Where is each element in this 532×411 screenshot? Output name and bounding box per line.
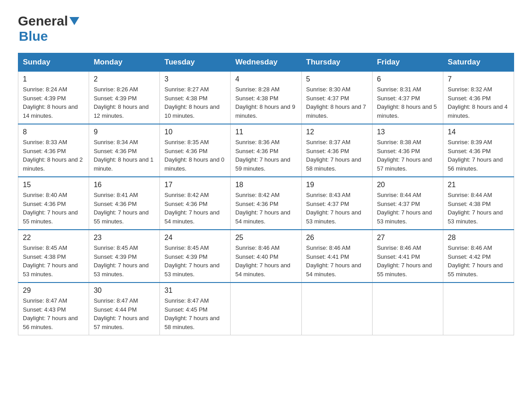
- day-info: Sunrise: 8:46 AM Sunset: 4:41 PM Dayligh…: [306, 244, 368, 278]
- calendar-day-cell: 23 Sunrise: 8:45 AM Sunset: 4:39 PM Dayl…: [89, 230, 160, 283]
- day-number: 12: [306, 128, 368, 136]
- day-info: Sunrise: 8:40 AM Sunset: 4:36 PM Dayligh…: [23, 191, 84, 226]
- calendar-day-cell: 24 Sunrise: 8:45 AM Sunset: 4:39 PM Dayl…: [160, 230, 231, 283]
- day-number: 6: [377, 75, 438, 83]
- day-info: Sunrise: 8:47 AM Sunset: 4:43 PM Dayligh…: [23, 296, 84, 331]
- calendar-day-cell: 12 Sunrise: 8:37 AM Sunset: 4:36 PM Dayl…: [301, 124, 372, 177]
- day-of-week-header: Thursday: [301, 53, 372, 72]
- day-info: Sunrise: 8:46 AM Sunset: 4:41 PM Dayligh…: [377, 244, 438, 278]
- calendar-day-cell: 28 Sunrise: 8:46 AM Sunset: 4:42 PM Dayl…: [443, 230, 514, 283]
- day-info: Sunrise: 8:47 AM Sunset: 4:45 PM Dayligh…: [164, 296, 226, 331]
- day-number: 2: [94, 75, 155, 83]
- day-info: Sunrise: 8:41 AM Sunset: 4:36 PM Dayligh…: [94, 191, 155, 226]
- calendar-day-cell: 22 Sunrise: 8:45 AM Sunset: 4:38 PM Dayl…: [18, 230, 89, 283]
- page-header: General Blue: [18, 13, 514, 44]
- day-of-week-header: Wednesday: [231, 53, 301, 72]
- day-number: 26: [306, 234, 368, 242]
- day-info: Sunrise: 8:45 AM Sunset: 4:39 PM Dayligh…: [164, 244, 226, 278]
- day-number: 11: [235, 128, 296, 136]
- day-info: Sunrise: 8:26 AM Sunset: 4:39 PM Dayligh…: [94, 85, 155, 120]
- logo-blue-text: Blue: [19, 29, 48, 43]
- day-info: Sunrise: 8:44 AM Sunset: 4:37 PM Dayligh…: [377, 191, 438, 226]
- calendar-day-cell: 3 Sunrise: 8:27 AM Sunset: 4:38 PM Dayli…: [160, 72, 231, 124]
- day-number: 16: [94, 181, 155, 189]
- calendar-week-row: 8 Sunrise: 8:33 AM Sunset: 4:36 PM Dayli…: [18, 124, 514, 177]
- day-info: Sunrise: 8:33 AM Sunset: 4:36 PM Dayligh…: [23, 138, 84, 173]
- day-number: 14: [448, 128, 509, 136]
- calendar-day-cell: 7 Sunrise: 8:32 AM Sunset: 4:36 PM Dayli…: [443, 72, 514, 124]
- calendar-day-cell: 8 Sunrise: 8:33 AM Sunset: 4:36 PM Dayli…: [18, 124, 89, 177]
- day-number: 4: [235, 75, 296, 83]
- calendar-table: SundayMondayTuesdayWednesdayThursdayFrid…: [18, 53, 514, 335]
- calendar-day-cell: 30 Sunrise: 8:47 AM Sunset: 4:44 PM Dayl…: [89, 283, 160, 335]
- day-number: 13: [377, 128, 438, 136]
- calendar-day-cell: [443, 283, 514, 335]
- calendar-day-cell: 19 Sunrise: 8:43 AM Sunset: 4:37 PM Dayl…: [301, 177, 372, 230]
- day-of-week-header: Sunday: [18, 53, 89, 72]
- calendar-week-row: 15 Sunrise: 8:40 AM Sunset: 4:36 PM Dayl…: [18, 177, 514, 230]
- day-number: 23: [94, 234, 155, 242]
- day-info: Sunrise: 8:27 AM Sunset: 4:38 PM Dayligh…: [164, 85, 226, 120]
- day-info: Sunrise: 8:45 AM Sunset: 4:38 PM Dayligh…: [23, 244, 84, 278]
- day-of-week-header: Saturday: [443, 53, 514, 72]
- calendar-week-row: 29 Sunrise: 8:47 AM Sunset: 4:43 PM Dayl…: [18, 283, 514, 335]
- calendar-day-cell: 17 Sunrise: 8:42 AM Sunset: 4:36 PM Dayl…: [160, 177, 231, 230]
- calendar-day-cell: 4 Sunrise: 8:28 AM Sunset: 4:38 PM Dayli…: [231, 72, 301, 124]
- day-number: 25: [235, 234, 296, 242]
- day-info: Sunrise: 8:47 AM Sunset: 4:44 PM Dayligh…: [94, 296, 155, 331]
- day-info: Sunrise: 8:28 AM Sunset: 4:38 PM Dayligh…: [235, 85, 296, 120]
- calendar-day-cell: [301, 283, 372, 335]
- day-info: Sunrise: 8:38 AM Sunset: 4:36 PM Dayligh…: [377, 138, 438, 173]
- calendar-week-row: 22 Sunrise: 8:45 AM Sunset: 4:38 PM Dayl…: [18, 230, 514, 283]
- day-of-week-header: Monday: [89, 53, 160, 72]
- day-number: 10: [164, 128, 226, 136]
- day-info: Sunrise: 8:46 AM Sunset: 4:42 PM Dayligh…: [448, 244, 509, 278]
- day-number: 17: [164, 181, 226, 189]
- day-number: 29: [23, 287, 84, 295]
- calendar-header-row: SundayMondayTuesdayWednesdayThursdayFrid…: [18, 53, 514, 72]
- calendar-day-cell: 29 Sunrise: 8:47 AM Sunset: 4:43 PM Dayl…: [18, 283, 89, 335]
- calendar-day-cell: 11 Sunrise: 8:36 AM Sunset: 4:36 PM Dayl…: [231, 124, 301, 177]
- day-info: Sunrise: 8:42 AM Sunset: 4:36 PM Dayligh…: [235, 191, 296, 226]
- calendar-day-cell: 5 Sunrise: 8:30 AM Sunset: 4:37 PM Dayli…: [301, 72, 372, 124]
- calendar-day-cell: 31 Sunrise: 8:47 AM Sunset: 4:45 PM Dayl…: [160, 283, 231, 335]
- logo-general-text: General: [18, 13, 68, 29]
- calendar-day-cell: 15 Sunrise: 8:40 AM Sunset: 4:36 PM Dayl…: [18, 177, 89, 230]
- day-info: Sunrise: 8:35 AM Sunset: 4:36 PM Dayligh…: [164, 138, 226, 173]
- logo-arrow-icon: [69, 17, 79, 27]
- day-info: Sunrise: 8:24 AM Sunset: 4:39 PM Dayligh…: [23, 85, 84, 120]
- day-info: Sunrise: 8:43 AM Sunset: 4:37 PM Dayligh…: [306, 191, 368, 226]
- calendar-day-cell: 21 Sunrise: 8:44 AM Sunset: 4:38 PM Dayl…: [443, 177, 514, 230]
- calendar-day-cell: 14 Sunrise: 8:39 AM Sunset: 4:36 PM Dayl…: [443, 124, 514, 177]
- day-number: 7: [448, 75, 509, 83]
- day-info: Sunrise: 8:32 AM Sunset: 4:36 PM Dayligh…: [448, 85, 509, 120]
- day-info: Sunrise: 8:31 AM Sunset: 4:37 PM Dayligh…: [377, 85, 438, 120]
- day-info: Sunrise: 8:34 AM Sunset: 4:36 PM Dayligh…: [94, 138, 155, 173]
- day-info: Sunrise: 8:39 AM Sunset: 4:36 PM Dayligh…: [448, 138, 509, 173]
- day-info: Sunrise: 8:45 AM Sunset: 4:39 PM Dayligh…: [94, 244, 155, 278]
- day-info: Sunrise: 8:36 AM Sunset: 4:36 PM Dayligh…: [235, 138, 296, 173]
- logo: General Blue: [18, 13, 79, 44]
- calendar-day-cell: 9 Sunrise: 8:34 AM Sunset: 4:36 PM Dayli…: [89, 124, 160, 177]
- day-info: Sunrise: 8:44 AM Sunset: 4:38 PM Dayligh…: [448, 191, 509, 226]
- day-number: 24: [164, 234, 226, 242]
- calendar-day-cell: 25 Sunrise: 8:46 AM Sunset: 4:40 PM Dayl…: [231, 230, 301, 283]
- calendar-day-cell: 10 Sunrise: 8:35 AM Sunset: 4:36 PM Dayl…: [160, 124, 231, 177]
- day-number: 18: [235, 181, 296, 189]
- day-number: 8: [23, 128, 84, 136]
- day-info: Sunrise: 8:30 AM Sunset: 4:37 PM Dayligh…: [306, 85, 368, 120]
- calendar-day-cell: 26 Sunrise: 8:46 AM Sunset: 4:41 PM Dayl…: [301, 230, 372, 283]
- day-number: 27: [377, 234, 438, 242]
- day-number: 1: [23, 75, 84, 83]
- day-info: Sunrise: 8:37 AM Sunset: 4:36 PM Dayligh…: [306, 138, 368, 173]
- day-of-week-header: Friday: [372, 53, 443, 72]
- calendar-day-cell: 6 Sunrise: 8:31 AM Sunset: 4:37 PM Dayli…: [372, 72, 443, 124]
- calendar-day-cell: 27 Sunrise: 8:46 AM Sunset: 4:41 PM Dayl…: [372, 230, 443, 283]
- day-number: 5: [306, 75, 368, 83]
- day-number: 31: [164, 287, 226, 295]
- calendar-day-cell: 18 Sunrise: 8:42 AM Sunset: 4:36 PM Dayl…: [231, 177, 301, 230]
- calendar-day-cell: 1 Sunrise: 8:24 AM Sunset: 4:39 PM Dayli…: [18, 72, 89, 124]
- calendar-day-cell: 2 Sunrise: 8:26 AM Sunset: 4:39 PM Dayli…: [89, 72, 160, 124]
- day-number: 15: [23, 181, 84, 189]
- day-number: 3: [164, 75, 226, 83]
